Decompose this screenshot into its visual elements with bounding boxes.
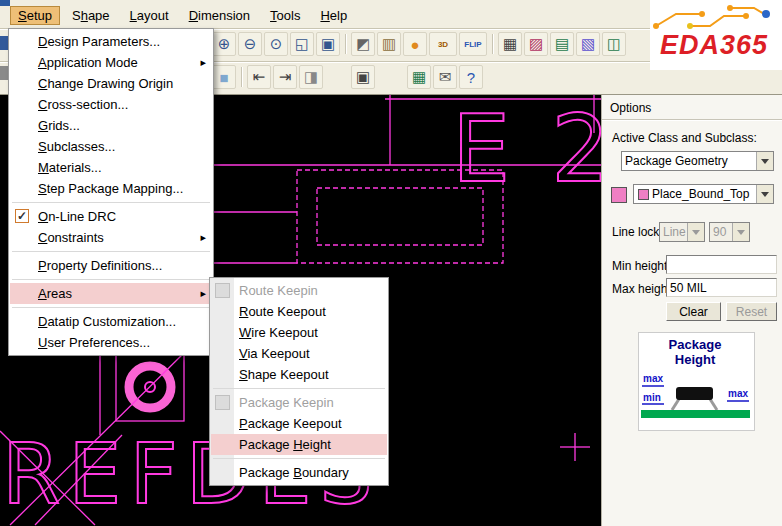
layer-visibility-icon[interactable]: ▤ bbox=[550, 32, 574, 56]
package-height-diagram-svg: Package Height max min max bbox=[639, 333, 752, 428]
symbol-edit-icon[interactable]: ▦ bbox=[407, 65, 431, 89]
subclass-combo-value: Place_Bound_Top bbox=[649, 187, 756, 201]
menu-item-label: Grids... bbox=[38, 118, 80, 133]
zoom-by-points-icon[interactable]: ⊙ bbox=[264, 32, 288, 56]
line-lock-label: Line lock: bbox=[612, 225, 663, 239]
subclass-color-swatch[interactable] bbox=[611, 187, 627, 203]
move-left-icon[interactable]: ⇤ bbox=[247, 65, 271, 89]
menu-item-label: Cross-section... bbox=[38, 97, 128, 112]
min-height-input[interactable] bbox=[666, 255, 777, 274]
menu-item-user-preferences[interactable]: User Preferences... bbox=[10, 332, 212, 353]
highlight-icon[interactable]: ◨ bbox=[299, 65, 323, 89]
zoom-fit-icon[interactable]: ◱ bbox=[290, 32, 314, 56]
diagram-max-right: max bbox=[728, 388, 748, 399]
subclass-combo[interactable]: Place_Bound_Top bbox=[633, 184, 774, 204]
menu-item-label: Via Keepout bbox=[239, 346, 310, 361]
menu-item-cross-section[interactable]: Cross-section... bbox=[10, 94, 212, 115]
disabled-icon-placeholder bbox=[215, 395, 230, 410]
global-visibility-icon[interactable]: ● bbox=[403, 32, 427, 56]
reset-button[interactable]: Reset bbox=[726, 302, 777, 321]
menubar-setup[interactable]: Setup bbox=[10, 6, 60, 25]
menu-item-package-keepin[interactable]: Package Keepin bbox=[211, 392, 387, 413]
diagram-title-2: Height bbox=[675, 352, 716, 367]
flip-design-icon[interactable]: FLIP bbox=[459, 32, 487, 56]
shadow-mode-icon[interactable]: ◩ bbox=[351, 32, 375, 56]
menu-item-application-mode[interactable]: Application Mode▸ bbox=[10, 52, 212, 73]
menu-separator bbox=[12, 251, 210, 252]
angle-value: 90 bbox=[710, 225, 732, 239]
min-height-label: Min height: bbox=[612, 259, 671, 273]
menu-item-route-keepout[interactable]: Route Keepout bbox=[211, 301, 387, 322]
line-lock-combo[interactable]: Line bbox=[659, 222, 705, 242]
unrats-icon[interactable]: ▥ bbox=[377, 32, 401, 56]
left-toolbar-icon[interactable] bbox=[0, 36, 8, 50]
mail-icon[interactable]: ✉ bbox=[433, 65, 457, 89]
app-window: Setup Shape Layout Dimension Tools Help … bbox=[0, 0, 782, 526]
snapshot-icon[interactable]: ▣ bbox=[351, 65, 375, 89]
help-icon[interactable]: ? bbox=[459, 65, 483, 89]
menu-item-label: Constraints bbox=[38, 230, 104, 245]
color-swatch-icon[interactable]: ■ bbox=[212, 65, 236, 89]
menu-item-step-package-mapping[interactable]: Step Package Mapping... bbox=[10, 178, 212, 199]
menu-item-label: Shape Keepout bbox=[239, 367, 329, 382]
chevron-down-icon[interactable] bbox=[756, 152, 773, 170]
max-height-input[interactable] bbox=[666, 278, 777, 297]
constraint-manager-icon[interactable]: ▧ bbox=[576, 32, 600, 56]
menu-item-subclasses[interactable]: Subclasses... bbox=[10, 136, 212, 157]
menu-item-constraints[interactable]: Constraints▸ bbox=[10, 227, 212, 248]
chevron-down-icon[interactable] bbox=[756, 185, 773, 203]
active-class-label: Active Class and Subclass: bbox=[612, 131, 757, 145]
menu-item-online-drc[interactable]: ✓On-Line DRC bbox=[10, 206, 212, 227]
submenu-arrow-icon: ▸ bbox=[200, 287, 206, 300]
angle-combo[interactable]: 90 bbox=[709, 222, 750, 242]
menu-item-grids[interactable]: Grids... bbox=[10, 115, 212, 136]
menu-item-label: Datatip Customization... bbox=[38, 314, 176, 329]
menu-item-shape-keepout[interactable]: Shape Keepout bbox=[211, 364, 387, 385]
menu-item-label: Materials... bbox=[38, 160, 102, 175]
move-right-icon[interactable]: ⇥ bbox=[273, 65, 297, 89]
areas-submenu: Route Keepin Route Keepout Wire Keepout … bbox=[209, 277, 389, 486]
menu-separator bbox=[213, 388, 385, 389]
menubar-dimension[interactable]: Dimension bbox=[181, 6, 258, 25]
menubar-layout[interactable]: Layout bbox=[122, 6, 177, 25]
checkbox-checked-icon: ✓ bbox=[15, 209, 29, 223]
menu-item-route-keepin[interactable]: Route Keepin bbox=[211, 280, 387, 301]
diagram-title-1: Package bbox=[669, 337, 722, 352]
menubar-shape[interactable]: Shape bbox=[64, 6, 118, 25]
menu-item-property-definitions[interactable]: Property Definitions... bbox=[10, 255, 212, 276]
subclass-color-chip bbox=[638, 189, 649, 200]
menu-item-via-keepout[interactable]: Via Keepout bbox=[211, 343, 387, 364]
divider bbox=[602, 119, 782, 120]
menu-item-label: Wire Keepout bbox=[239, 325, 318, 340]
menu-item-label: Package Height bbox=[239, 437, 331, 452]
menu-item-change-drawing-origin[interactable]: Change Drawing Origin bbox=[10, 73, 212, 94]
zoom-out-icon[interactable]: ⊖ bbox=[238, 32, 262, 56]
line-lock-value: Line bbox=[660, 225, 687, 239]
menubar-help[interactable]: Help bbox=[312, 6, 355, 25]
menu-item-package-keepout[interactable]: Package Keepout bbox=[211, 413, 387, 434]
toolbar-separator bbox=[241, 67, 242, 87]
setup-menu: Design Parameters... Application Mode▸ C… bbox=[8, 28, 214, 356]
menu-item-wire-keepout[interactable]: Wire Keepout bbox=[211, 322, 387, 343]
status-icon[interactable]: ◫ bbox=[602, 32, 626, 56]
menu-item-areas[interactable]: Areas▸ bbox=[10, 283, 212, 304]
3d-view-icon[interactable]: 3D bbox=[429, 32, 457, 56]
menu-item-design-parameters[interactable]: Design Parameters... bbox=[10, 31, 212, 52]
menu-item-materials[interactable]: Materials... bbox=[10, 157, 212, 178]
class-combo[interactable]: Package Geometry bbox=[621, 151, 774, 171]
menu-item-label: Areas bbox=[38, 286, 72, 301]
chip-lead-left bbox=[672, 399, 679, 410]
clear-button[interactable]: Clear bbox=[666, 302, 721, 321]
menu-item-package-boundary[interactable]: Package Boundary bbox=[211, 462, 387, 483]
menu-item-datatip-customization[interactable]: Datatip Customization... bbox=[10, 311, 212, 332]
menu-item-label: Step Package Mapping... bbox=[38, 181, 183, 196]
color-dialog-icon[interactable]: ▨ bbox=[524, 32, 548, 56]
grid-toggle-icon[interactable]: ▦ bbox=[498, 32, 522, 56]
toolbar-row-2: ■⇤⇥◨▣▦✉? bbox=[212, 65, 483, 89]
menu-item-package-height[interactable]: Package Height bbox=[211, 434, 387, 455]
zoom-world-icon[interactable]: ▣ bbox=[316, 32, 340, 56]
options-panel-title: Options bbox=[610, 101, 651, 115]
menubar-tools[interactable]: Tools bbox=[262, 6, 308, 25]
left-toolbar-icon[interactable] bbox=[0, 66, 8, 80]
zoom-in-icon[interactable]: ⊕ bbox=[212, 32, 236, 56]
